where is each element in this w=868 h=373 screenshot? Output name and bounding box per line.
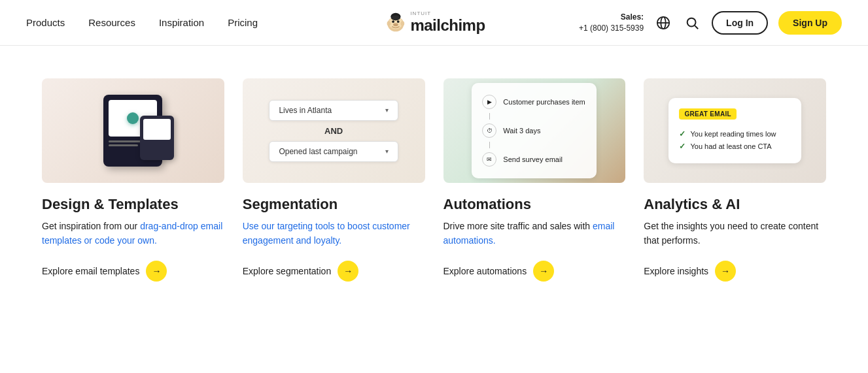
analytics-check-1: ✓ You kept reading times low [679,129,790,138]
nav-right: Sales: +1 (800) 315-5939 Log In Sign Up [579,11,842,35]
mailchimp-mascot-icon [383,10,408,35]
nav-item-inspiration[interactable]: Inspiration [159,17,204,28]
nav-item-pricing[interactable]: Pricing [228,17,258,28]
nav-item-resources[interactable]: Resources [88,17,135,28]
main-content: Design & Templates Get inspiration from … [0,46,868,321]
sales-label: Sales: [621,12,644,22]
card-desc-seg: Use our targeting tools to boost custome… [243,219,425,248]
card-desc-analytics: Get the insights you need to create cont… [644,219,826,248]
card-title-analytics: Analytics & AI [644,196,826,213]
svg-point-2 [392,20,394,23]
search-icon[interactable] [683,14,701,32]
flow-connector-2 [489,142,490,148]
card-desc-auto: Drive more site traffic and sales with e… [443,219,626,248]
card-title-design: Design & Templates [42,196,224,213]
email-icon: ✉ [482,152,496,167]
sales-phone[interactable]: +1 (800) 315-5939 [579,24,644,33]
analytics-check-2: ✓ You had at least one CTA [679,142,790,151]
explore-seg-arrow: → [338,261,358,282]
intuit-label: INTUIT [410,10,485,16]
automation-flow-diagram: ▶ Customer purchases item ⏱ Wait 3 days … [472,83,597,178]
explore-auto-link[interactable]: Explore automations → [443,261,626,282]
checkmark-icon-2: ✓ [679,142,686,151]
clock-icon: ⏱ [482,123,496,138]
explore-analytics-arrow: → [715,261,736,282]
card-desc-link-auto[interactable]: email automations. [443,221,615,246]
checkmark-icon-1: ✓ [679,129,686,138]
analytics-ui-card: GREAT EMAIL ✓ You kept reading times low… [668,98,801,163]
svg-point-6 [400,21,404,26]
chevron-down-icon: ▾ [385,106,389,114]
nav-left: Products Resources Inspiration Pricing [26,17,258,28]
card-analytics: GREAT EMAIL ✓ You kept reading times low… [644,78,826,282]
brand-name: mailchimp [410,16,485,35]
card-automations: ▶ Customer purchases item ⏱ Wait 3 days … [443,78,626,282]
card-title-seg: Segmentation [243,196,425,213]
svg-point-3 [396,20,399,23]
svg-line-13 [695,25,698,29]
explore-design-link[interactable]: Explore email templates → [42,261,224,282]
svg-point-5 [387,21,391,26]
auto-step-2: ⏱ Wait 3 days [482,120,586,142]
card-desc-link-design[interactable]: drag-and-drop email templates or code yo… [42,221,222,246]
login-button[interactable]: Log In [712,11,768,35]
explore-design-arrow: → [146,261,167,282]
explore-design-label: Explore email templates [42,266,139,276]
chevron-down-icon-2: ▾ [385,148,389,155]
navbar: Products Resources Inspiration Pricing I… [0,0,868,46]
seg-filter-2: Opened last campaign ▾ [269,141,398,162]
svg-point-8 [391,15,400,20]
card-image-automations: ▶ Customer purchases item ⏱ Wait 3 days … [443,78,626,183]
card-segmentation: Lives in Atlanta ▾ AND Opened last campa… [243,78,425,282]
explore-auto-label: Explore automations [443,266,527,276]
seg-filter-1: Lives in Atlanta ▾ [269,100,398,121]
play-icon: ▶ [482,95,496,109]
card-image-segmentation: Lives in Atlanta ▾ AND Opened last campa… [243,78,425,183]
signup-button[interactable]: Sign Up [778,11,842,35]
logo[interactable]: INTUIT mailchimp [383,10,485,35]
explore-auto-arrow: → [533,261,554,282]
explore-seg-label: Explore segmentation [243,266,331,276]
auto-step-3: ✉ Send survey email [482,148,586,170]
card-desc-link-seg[interactable]: Use our targeting tools to boost custome… [243,221,410,246]
sales-info: Sales: +1 (800) 315-5939 [579,12,644,34]
nav-item-products[interactable]: Products [26,17,65,28]
mock-device-large [103,95,162,167]
svg-point-12 [687,18,696,26]
svg-point-4 [393,23,398,26]
explore-seg-link[interactable]: Explore segmentation → [243,261,425,282]
mock-text-line [109,144,137,146]
feature-cards-grid: Design & Templates Get inspiration from … [42,78,826,282]
analytics-badge: GREAT EMAIL [679,108,736,120]
card-image-design [42,78,224,183]
explore-analytics-label: Explore insights [644,266,708,276]
lamp-decoration [127,112,139,124]
explore-analytics-link[interactable]: Explore insights → [644,261,826,282]
auto-step-1: ▶ Customer purchases item [482,91,586,113]
card-design-templates: Design & Templates Get inspiration from … [42,78,224,282]
globe-icon[interactable] [654,14,672,32]
flow-connector [489,113,490,120]
card-image-analytics: GREAT EMAIL ✓ You kept reading times low… [644,78,826,183]
card-desc-design: Get inspiration from our drag-and-drop e… [42,219,224,248]
card-title-auto: Automations [443,196,626,213]
seg-and-label: AND [324,126,343,136]
mock-device-small [140,116,174,160]
